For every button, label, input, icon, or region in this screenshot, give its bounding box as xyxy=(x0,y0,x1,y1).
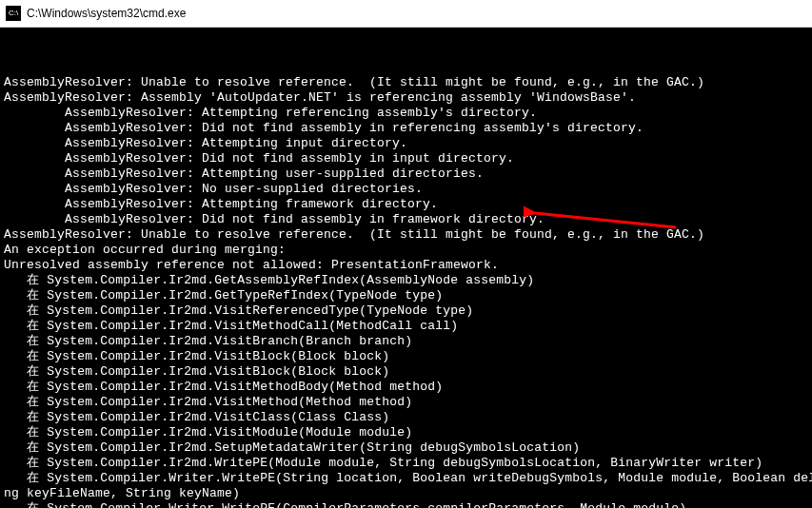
console-output[interactable]: AssemblyResolver: Unable to resolve refe… xyxy=(0,28,812,508)
console-line: AssemblyResolver: No user-supplied direc… xyxy=(4,182,808,197)
console-line: 在 System.Compiler.Writer.WritePE(Compile… xyxy=(4,501,808,508)
console-line: 在 System.Compiler.Ir2md.VisitModule(Modu… xyxy=(4,425,808,440)
console-line: AssemblyResolver: Attempting framework d… xyxy=(4,197,808,212)
console-line: AssemblyResolver: Did not find assembly … xyxy=(4,212,808,227)
console-line: 在 System.Compiler.Ir2md.VisitBlock(Block… xyxy=(4,349,808,364)
window-title: C:\Windows\system32\cmd.exe xyxy=(27,7,186,20)
console-line: 在 System.Compiler.Ir2md.VisitMethod(Meth… xyxy=(4,395,808,410)
console-line: 在 System.Compiler.Ir2md.VisitMethodBody(… xyxy=(4,380,808,395)
console-line: AssemblyResolver: Assembly 'AutoUpdater.… xyxy=(4,90,808,106)
console-line: AssemblyResolver: Unable to resolve refe… xyxy=(4,75,808,90)
window-title-bar[interactable]: C:\ C:\Windows\system32\cmd.exe xyxy=(0,0,812,28)
console-line: An exception occurred during merging: xyxy=(4,243,808,258)
console-line: AssemblyResolver: Unable to resolve refe… xyxy=(4,227,808,243)
console-line: 在 System.Compiler.Ir2md.GetAssemblyRefIn… xyxy=(4,273,808,288)
console-line: 在 System.Compiler.Ir2md.WritePE(Module m… xyxy=(4,456,808,471)
console-line: 在 System.Compiler.Ir2md.VisitBranch(Bran… xyxy=(4,334,808,349)
console-line: 在 System.Compiler.Ir2md.SetupMetadataWri… xyxy=(4,440,808,456)
cmd-icon-label: C:\ xyxy=(9,10,18,17)
console-line: AssemblyResolver: Attempting input direc… xyxy=(4,136,808,151)
console-line: 在 System.Compiler.Ir2md.GetTypeRefIndex(… xyxy=(4,288,808,303)
console-line: Unresolved assembly reference not allowe… xyxy=(4,258,808,273)
console-line: 在 System.Compiler.Ir2md.VisitReferencedT… xyxy=(4,303,808,319)
cmd-icon: C:\ xyxy=(6,6,21,21)
console-line: 在 System.Compiler.Ir2md.VisitBlock(Block… xyxy=(4,364,808,380)
console-line: AssemblyResolver: Did not find assembly … xyxy=(4,121,808,136)
console-line: ng keyFileName, String keyName) xyxy=(4,486,808,501)
console-line: AssemblyResolver: Did not find assembly … xyxy=(4,151,808,166)
console-line: 在 System.Compiler.Writer.WritePE(String … xyxy=(4,471,808,486)
console-line: 在 System.Compiler.Ir2md.VisitClass(Class… xyxy=(4,410,808,425)
console-line: 在 System.Compiler.Ir2md.VisitMethodCall(… xyxy=(4,319,808,334)
console-line: AssemblyResolver: Attempting user-suppli… xyxy=(4,166,808,182)
console-line: AssemblyResolver: Attempting referencing… xyxy=(4,106,808,121)
